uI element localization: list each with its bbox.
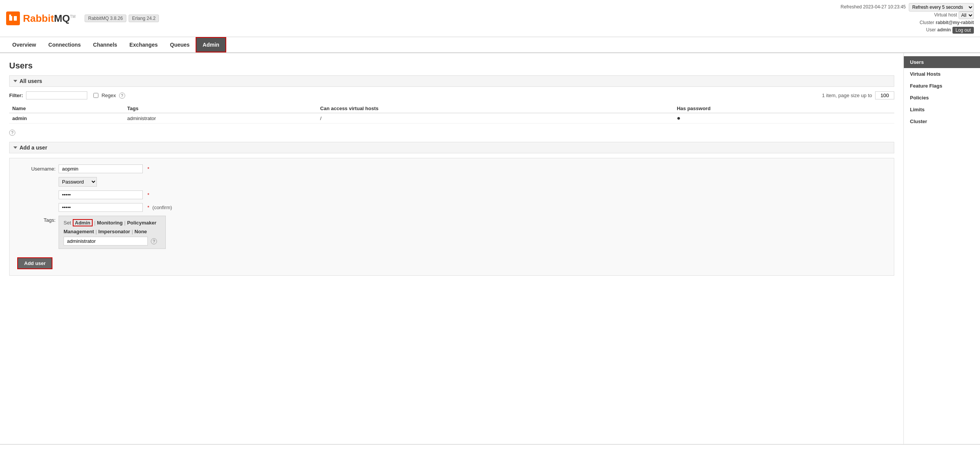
nav-item-overview[interactable]: Overview bbox=[6, 38, 42, 52]
password-input[interactable] bbox=[59, 190, 143, 199]
virtual-host-label: Virtual host bbox=[934, 11, 957, 19]
add-user-form: Username: * Password Hashed * bbox=[9, 158, 894, 276]
refresh-row: Refreshed 2023-04-27 10:23:45 No refresh… bbox=[841, 3, 974, 11]
password-type-select[interactable]: Password Hashed bbox=[59, 177, 97, 187]
main: Users All users Filter: Regex ? 1 item, … bbox=[0, 53, 980, 444]
tag-sep-2: | bbox=[124, 220, 126, 226]
page-title: Users bbox=[9, 61, 894, 71]
filter-label: Filter: bbox=[9, 93, 23, 98]
has-password-dot: ● bbox=[677, 115, 681, 121]
add-user-section-header[interactable]: Add a user bbox=[9, 142, 894, 153]
page-size-input[interactable] bbox=[875, 91, 894, 99]
tags-set-label: Set bbox=[64, 220, 71, 226]
tags-set-row: Set Admin | Monitoring | Policymaker bbox=[64, 219, 161, 226]
tag-management[interactable]: Management bbox=[64, 229, 94, 234]
header: RabbitMQTM RabbitMQ 3.8.26 Erlang 24.2 R… bbox=[0, 0, 980, 37]
tag-impersonator[interactable]: Impersonator bbox=[98, 229, 130, 234]
tags-row: Tags: Set Admin | Monitoring | Policymak… bbox=[17, 216, 886, 249]
regex-help-icon[interactable]: ? bbox=[119, 93, 125, 99]
filter-input[interactable] bbox=[26, 91, 87, 99]
tag-none[interactable]: None bbox=[134, 229, 147, 234]
rabbitmq-version-badge: RabbitMQ 3.8.26 bbox=[85, 15, 126, 22]
password-row: * bbox=[17, 190, 886, 199]
password-confirm-row: * (confirm) bbox=[17, 203, 886, 212]
pagination-text: 1 item, page size up to bbox=[822, 93, 872, 98]
all-users-section-header[interactable]: All users bbox=[9, 75, 894, 87]
tag-sep-3: | bbox=[95, 229, 96, 234]
sidebar-item-feature-flags[interactable]: Feature Flags bbox=[904, 80, 980, 92]
tag-admin[interactable]: Admin bbox=[73, 219, 93, 226]
password-type-row: Password Hashed bbox=[17, 177, 886, 187]
sidebar-item-virtual-hosts[interactable]: Virtual Hosts bbox=[904, 68, 980, 80]
confirm-text: (confirm) bbox=[152, 205, 172, 210]
logo-area: RabbitMQTM RabbitMQ 3.8.26 Erlang 24.2 bbox=[6, 11, 159, 25]
user-name-cell: admin bbox=[9, 113, 124, 124]
add-user-section: Add a user Username: * Password Hashed bbox=[9, 142, 894, 276]
collapse-icon bbox=[13, 80, 17, 82]
users-table: Name Tags Can access virtual hosts Has p… bbox=[9, 104, 894, 124]
version-badges: RabbitMQ 3.8.26 Erlang 24.2 bbox=[85, 15, 159, 22]
refresh-select[interactable]: No refresh Refresh every 5 seconds Refre… bbox=[909, 3, 974, 11]
username-input[interactable] bbox=[59, 164, 143, 173]
user-has-password-cell: ● bbox=[674, 113, 894, 124]
user-tags-cell: administrator bbox=[124, 113, 317, 124]
logo-tm: TM bbox=[70, 15, 75, 19]
col-tags: Tags bbox=[124, 104, 317, 113]
header-right: Refreshed 2023-04-27 10:23:45 No refresh… bbox=[841, 3, 974, 34]
tags-text-input[interactable] bbox=[64, 237, 148, 246]
erlang-version-badge: Erlang 24.2 bbox=[129, 15, 159, 22]
table-row[interactable]: admin administrator / ● bbox=[9, 113, 894, 124]
tag-monitoring[interactable]: Monitoring bbox=[97, 220, 122, 226]
sidebar-item-users[interactable]: Users bbox=[904, 56, 980, 68]
username-row: Username: * bbox=[17, 164, 886, 173]
logo-text: RabbitMQTM bbox=[23, 13, 75, 24]
password-required-star: * bbox=[147, 192, 149, 198]
sidebar-item-cluster[interactable]: Cluster bbox=[904, 115, 980, 127]
user-label: User bbox=[926, 26, 936, 34]
virtual-host-select[interactable]: All bbox=[959, 11, 974, 19]
tags-options-box: Set Admin | Monitoring | Policymaker Man… bbox=[59, 216, 166, 249]
nav-item-exchanges[interactable]: Exchanges bbox=[123, 38, 164, 52]
tags-help-icon[interactable]: ? bbox=[151, 238, 157, 244]
pagination-row: 1 item, page size up to bbox=[822, 91, 894, 99]
tags-input-row: ? bbox=[64, 237, 161, 246]
table-help-icon[interactable]: ? bbox=[9, 130, 15, 136]
logo-rabbit: Rabbit bbox=[23, 13, 54, 24]
col-name: Name bbox=[9, 104, 124, 113]
tag-policymaker[interactable]: Policymaker bbox=[127, 220, 157, 226]
add-user-button-row: Add user bbox=[17, 253, 886, 269]
nav-item-connections[interactable]: Connections bbox=[42, 38, 87, 52]
sidebar-item-policies[interactable]: Policies bbox=[904, 92, 980, 104]
cluster-label: Cluster bbox=[920, 19, 934, 26]
tags-label: Tags: bbox=[17, 216, 56, 223]
cluster-value: rabbit@my-rabbit bbox=[936, 19, 974, 26]
footer: HTTP API Server Docs Tutorials Community… bbox=[0, 444, 980, 452]
nav-item-queues[interactable]: Queues bbox=[164, 38, 196, 52]
virtual-host-row: Virtual host All bbox=[841, 11, 974, 19]
col-has-password: Has password bbox=[674, 104, 894, 113]
tags-set-row-2: Management | Impersonator | None bbox=[64, 229, 161, 234]
all-users-label: All users bbox=[20, 78, 42, 84]
svg-rect-3 bbox=[9, 15, 11, 17]
nav-item-channels[interactable]: Channels bbox=[87, 38, 123, 52]
tag-sep-1: | bbox=[94, 220, 95, 226]
nav-item-admin[interactable]: Admin bbox=[196, 37, 226, 52]
logout-button[interactable]: Log out bbox=[952, 27, 974, 34]
user-value: admin bbox=[938, 26, 951, 34]
user-vhosts-cell: / bbox=[317, 113, 674, 124]
regex-checkbox[interactable] bbox=[93, 93, 98, 98]
rabbitmq-logo-icon bbox=[6, 11, 20, 25]
col-virtual-hosts: Can access virtual hosts bbox=[317, 104, 674, 113]
refreshed-timestamp: Refreshed 2023-04-27 10:23:45 bbox=[841, 3, 906, 11]
add-user-button[interactable]: Add user bbox=[17, 257, 52, 269]
logo-mq: MQ bbox=[54, 13, 70, 24]
content: Users All users Filter: Regex ? 1 item, … bbox=[0, 53, 903, 444]
sidebar-item-limits[interactable]: Limits bbox=[904, 104, 980, 115]
username-label: Username: bbox=[17, 166, 56, 172]
add-user-collapse-icon bbox=[13, 146, 17, 149]
cluster-row: Cluster rabbit@my-rabbit bbox=[841, 19, 974, 26]
nav: Overview Connections Channels Exchanges … bbox=[0, 37, 980, 53]
user-row: User admin Log out bbox=[841, 26, 974, 34]
sidebar: Users Virtual Hosts Feature Flags Polici… bbox=[903, 53, 980, 444]
password-confirm-input[interactable] bbox=[59, 203, 143, 212]
